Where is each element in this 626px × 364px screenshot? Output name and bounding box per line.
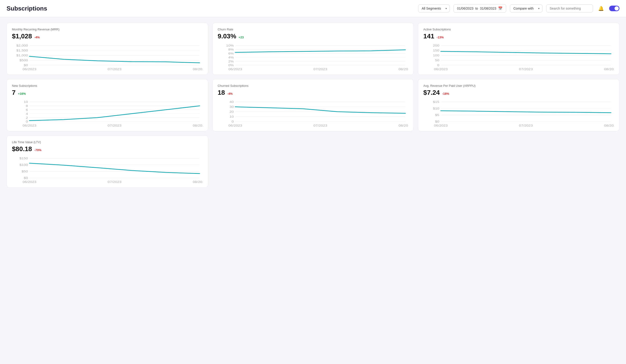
svg-text:06/2023: 06/2023	[228, 124, 242, 127]
calendar-icon: 📅	[498, 6, 503, 10]
card-value-arppu: $7.24	[423, 89, 440, 96]
card-badge-churned_subs: -4%	[227, 92, 233, 95]
svg-text:06/2023: 06/2023	[434, 124, 448, 127]
svg-text:$150: $150	[19, 157, 28, 160]
svg-text:0: 0	[232, 120, 234, 123]
date-separator: to	[475, 6, 478, 10]
svg-text:08/2023: 08/2023	[193, 68, 202, 71]
svg-text:2: 2	[26, 116, 28, 119]
svg-text:$100: $100	[19, 163, 28, 166]
header: Subscriptions All Segments ▾ 01/06/2023 …	[0, 0, 626, 17]
compare-select[interactable]: Compare with	[510, 4, 543, 12]
svg-text:06/2023: 06/2023	[23, 68, 37, 71]
bottom-card-wrapper-ltv: Life Time Value (LTV) $80.18 -70% $150$1…	[6, 136, 208, 188]
card-value-new_subs: 7	[12, 89, 16, 96]
svg-text:08/2023: 08/2023	[193, 124, 202, 127]
svg-text:200: 200	[433, 44, 439, 47]
svg-text:4: 4	[26, 112, 28, 115]
svg-text:07/2023: 07/2023	[108, 180, 121, 183]
card-badge-arppu: -18%	[442, 92, 449, 95]
svg-text:10%: 10%	[226, 44, 234, 47]
svg-text:4%: 4%	[228, 56, 234, 59]
card-arppu: Avg. Revenue Per Paid User (ARPPU) $7.24…	[418, 79, 620, 131]
svg-text:$50: $50	[22, 170, 28, 173]
toggle-knob	[615, 6, 619, 10]
svg-text:06/2023: 06/2023	[23, 124, 37, 127]
svg-text:$500: $500	[19, 59, 28, 62]
svg-text:06/2023: 06/2023	[23, 180, 37, 183]
card-value-row-new_subs: 7 +16%	[12, 89, 203, 96]
card-badge-churn: +23	[238, 36, 244, 39]
date-from: 01/06/2023	[457, 6, 473, 10]
theme-toggle[interactable]	[609, 6, 620, 11]
card-value-row-arppu: $7.24 -18%	[423, 89, 614, 96]
notification-button[interactable]: 🔔	[597, 5, 605, 12]
svg-text:08/2023: 08/2023	[398, 68, 408, 71]
svg-text:50: 50	[435, 59, 439, 62]
svg-text:06/2023: 06/2023	[228, 68, 242, 71]
svg-text:6: 6	[26, 108, 28, 111]
svg-text:150: 150	[433, 49, 439, 52]
svg-text:08/2023: 08/2023	[193, 180, 202, 183]
card-value-row-mrr: $1,028 -4%	[12, 33, 203, 40]
card-badge-active_subs: -13%	[437, 36, 444, 39]
card-title-new_subs: New Subscriptions	[12, 84, 203, 87]
svg-text:$0: $0	[24, 64, 28, 67]
svg-text:$5: $5	[435, 113, 439, 116]
card-value-row-ltv: $80.18 -70%	[12, 145, 203, 153]
svg-text:08/2023: 08/2023	[604, 124, 614, 127]
metrics-grid: Monthly Recurring Revenue (MRR) $1,028 -…	[6, 23, 620, 131]
svg-text:20: 20	[230, 110, 234, 113]
svg-text:08/2023: 08/2023	[604, 68, 614, 71]
main-content: Monthly Recurring Revenue (MRR) $1,028 -…	[0, 17, 626, 193]
svg-text:$1,000: $1,000	[16, 54, 28, 57]
svg-text:0: 0	[26, 120, 28, 123]
svg-text:6%: 6%	[228, 52, 234, 55]
page-title: Subscriptions	[6, 5, 47, 12]
svg-text:40: 40	[230, 100, 234, 103]
chart-area-active_subs: 200150100500 06/202307/202308/2023	[423, 43, 614, 71]
svg-text:$15: $15	[433, 100, 439, 103]
svg-text:10: 10	[24, 100, 28, 103]
svg-text:07/2023: 07/2023	[108, 124, 121, 127]
segments-select-wrapper: All Segments ▾	[418, 4, 450, 12]
svg-text:$10: $10	[433, 107, 439, 110]
svg-text:08/2023: 08/2023	[398, 124, 408, 127]
svg-text:$1,500: $1,500	[16, 49, 28, 52]
card-value-active_subs: 141	[423, 33, 434, 40]
svg-text:0: 0	[437, 64, 439, 67]
card-title-arppu: Avg. Revenue Per Paid User (ARPPU)	[423, 84, 614, 87]
date-to: 31/08/2023	[480, 6, 496, 10]
chart-area-ltv: $150$100$50$0 06/202307/202308/2023	[12, 156, 203, 184]
date-range-button[interactable]: 01/06/2023 to 31/08/2023 📅	[453, 4, 506, 13]
svg-text:$2,000: $2,000	[16, 44, 28, 47]
card-title-active_subs: Active Subscriptions	[423, 28, 614, 31]
svg-text:8: 8	[26, 104, 28, 107]
card-badge-ltv: -70%	[35, 148, 41, 152]
card-badge-mrr: -4%	[35, 36, 40, 39]
bottom-row: Life Time Value (LTV) $80.18 -70% $150$1…	[6, 136, 620, 188]
svg-text:0%: 0%	[228, 64, 234, 67]
card-value-churn: 9.03%	[218, 33, 236, 40]
chart-area-mrr: $2,000$1,500$1,000$500$0 06/202307/20230…	[12, 43, 203, 71]
svg-text:07/2023: 07/2023	[313, 68, 327, 71]
chart-area-churned_subs: 403020100 06/202307/202308/2023	[218, 100, 409, 128]
card-churn: Churn Rate 9.03% +23 10%8%6%4%2%0% 06/20…	[212, 23, 414, 75]
card-value-churned_subs: 18	[218, 89, 225, 96]
card-churned_subs: Churned Subscriptions 18 -4% 403020100 0…	[212, 79, 414, 131]
search-input[interactable]	[546, 4, 593, 12]
card-value-row-churn: 9.03% +23	[218, 33, 409, 40]
svg-text:10: 10	[230, 115, 234, 118]
card-title-churned_subs: Churned Subscriptions	[218, 84, 409, 87]
segments-select[interactable]: All Segments	[418, 4, 450, 12]
card-value-mrr: $1,028	[12, 33, 32, 40]
card-active_subs: Active Subscriptions 141 -13% 2001501005…	[418, 23, 620, 75]
card-value-row-active_subs: 141 -13%	[423, 33, 614, 40]
svg-text:100: 100	[433, 54, 439, 57]
card-new_subs: New Subscriptions 7 +16% 1086420 06/2023…	[6, 79, 208, 131]
svg-text:07/2023: 07/2023	[519, 124, 533, 127]
card-mrr: Monthly Recurring Revenue (MRR) $1,028 -…	[6, 23, 208, 75]
card-value-row-churned_subs: 18 -4%	[218, 89, 409, 96]
svg-text:2%: 2%	[228, 60, 234, 63]
chart-area-churn: 10%8%6%4%2%0% 06/202307/202308/2023	[218, 43, 409, 71]
